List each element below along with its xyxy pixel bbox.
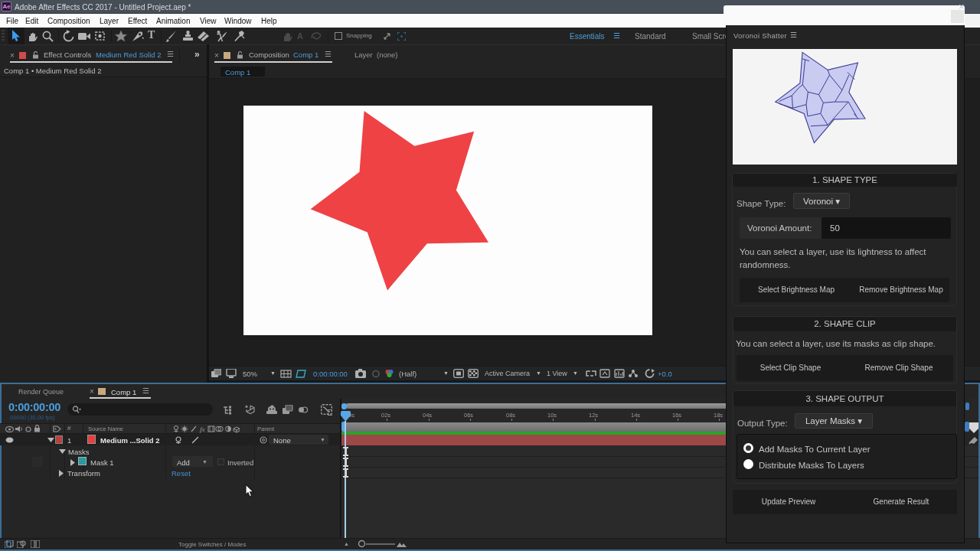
svg-text:fx: fx (200, 425, 205, 433)
